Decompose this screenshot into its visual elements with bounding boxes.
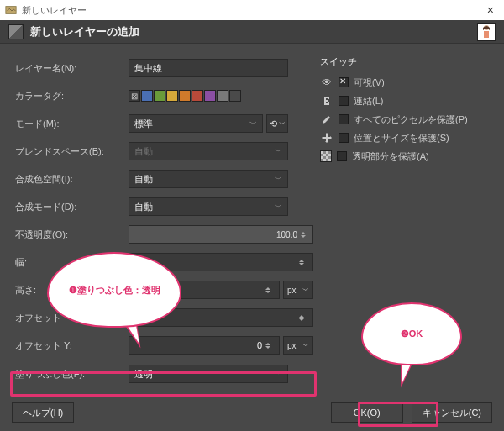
app-icon	[5, 4, 17, 16]
svg-rect-2	[484, 31, 489, 38]
row-composite-mode: 合成モード(D): 自動﹀	[15, 194, 313, 219]
undo-icon: ⟲	[270, 118, 277, 129]
height-spinner[interactable]	[265, 287, 274, 293]
switch-lock-position: 位置とサイズを保護(S)	[320, 129, 494, 147]
color-tag-swatch[interactable]	[141, 90, 153, 102]
lock-pixels-checkbox[interactable]	[339, 114, 349, 124]
dialog-title: 新しいレイヤーの追加	[30, 24, 477, 39]
chevron-down-icon: ﹀	[302, 286, 309, 295]
chevron-down-icon: ﹀	[275, 174, 282, 185]
linked-checkbox[interactable]	[339, 96, 349, 106]
unit-label: px	[287, 286, 297, 295]
label-composite-mode: 合成モード(D):	[15, 201, 129, 213]
label-opacity: 不透明度(O):	[15, 229, 129, 241]
move-icon	[320, 132, 333, 144]
layer-name-input[interactable]	[129, 59, 288, 77]
color-tag-none[interactable]: ⊠	[129, 90, 140, 102]
switch-lock-pixels: すべてのピクセルを保護(P)	[320, 110, 494, 129]
row-composite-space: 合成色空間(I): 自動﹀	[15, 166, 313, 192]
row-opacity: 不透明度(O): 100.0	[15, 222, 313, 247]
switch-label: 可視(V)	[354, 76, 385, 89]
close-icon[interactable]: ×	[482, 3, 499, 17]
switch-linked: 連結(L)	[320, 92, 494, 110]
chevron-down-icon: ﹀	[279, 119, 286, 129]
annotation-highlight-ok	[358, 402, 438, 427]
alpha-icon	[320, 150, 332, 162]
annotation-highlight-fill	[10, 371, 317, 397]
titlebar: 新しいレイヤー ×	[0, 0, 504, 20]
blend-space-value: 自動	[134, 145, 153, 158]
color-tag-swatch[interactable]	[154, 90, 165, 102]
row-mode: モード(M): 標準﹀ ⟲﹀	[15, 111, 313, 136]
color-tag-swatches: ⊠	[129, 90, 241, 102]
left-column: レイヤー名(N): カラータグ: ⊠	[15, 55, 313, 389]
eye-icon: 👁	[320, 76, 333, 88]
label-mode: モード(M):	[15, 118, 129, 130]
row-layer-name: レイヤー名(N):	[15, 55, 313, 81]
help-button[interactable]: ヘルプ(H)	[12, 402, 74, 423]
switches-title: スイッチ	[320, 55, 494, 68]
row-blend-space: ブレンドスペース(B): 自動﹀	[15, 139, 313, 164]
label-layer-name: レイヤー名(N):	[15, 62, 129, 75]
composite-space-select[interactable]: 自動﹀	[129, 170, 288, 188]
switch-label: すべてのピクセルを保護(P)	[354, 113, 468, 126]
switch-label: 連結(L)	[354, 95, 383, 108]
chevron-down-icon: ﹀	[302, 341, 309, 350]
row-color-tag: カラータグ: ⊠	[15, 83, 313, 108]
switch-label: 透明部分を保護(A)	[352, 150, 429, 163]
mode-select[interactable]: 標準﹀	[129, 114, 263, 133]
dialog-header: 新しいレイヤーの追加	[0, 20, 504, 44]
width-spinner[interactable]	[299, 260, 307, 265]
chevron-down-icon: ﹀	[249, 118, 257, 129]
chevron-down-icon: ﹀	[275, 146, 282, 157]
new-layer-icon	[8, 24, 24, 39]
opacity-spinner[interactable]	[301, 232, 309, 238]
color-tag-swatch[interactable]	[179, 90, 191, 102]
composite-space-value: 自動	[134, 173, 153, 186]
label-blend-space: ブレンドスペース(B):	[15, 145, 129, 158]
opacity-value: 100.0	[276, 230, 297, 239]
color-tag-swatch[interactable]	[204, 90, 216, 102]
window-title: 新しいレイヤー	[22, 4, 87, 17]
lock-alpha-checkbox[interactable]	[337, 151, 347, 161]
mode-history-button[interactable]: ⟲﹀	[266, 114, 288, 133]
label-offset-y: オフセット Y:	[15, 339, 129, 352]
avatar	[477, 23, 496, 41]
lock-position-checkbox[interactable]	[339, 133, 349, 143]
switch-visible: 👁 可視(V)	[320, 73, 494, 92]
switch-lock-alpha: 透明部分を保護(A)	[320, 147, 494, 166]
annotation-callout-fill: ❶塗りつぶし色：透明	[47, 252, 181, 328]
color-tag-swatch[interactable]	[229, 90, 241, 102]
offset-y-value: 0	[257, 340, 262, 350]
label-color-tag: カラータグ:	[15, 90, 129, 102]
chevron-down-icon: ﹀	[275, 202, 282, 213]
color-tag-swatch[interactable]	[192, 90, 203, 102]
annotation-text: ❷OK	[401, 329, 423, 339]
link-icon	[320, 95, 333, 107]
color-tag-swatch[interactable]	[166, 90, 178, 102]
mode-value: 標準	[134, 118, 153, 130]
switch-label: 位置とサイズを保護(S)	[354, 132, 449, 145]
offset-unit-select[interactable]: px﹀	[283, 336, 313, 355]
annotation-text: ❶塗りつぶし色：透明	[69, 284, 160, 297]
blend-space-select: 自動﹀	[129, 142, 288, 160]
offset-y-input[interactable]: 0	[129, 336, 280, 355]
row-offset-y: オフセット Y: 0px﹀	[15, 333, 313, 358]
composite-mode-select[interactable]: 自動﹀	[129, 197, 288, 216]
brush-icon	[320, 113, 333, 125]
label-composite-space: 合成色空間(I):	[15, 173, 129, 186]
height-unit-select[interactable]: px﹀	[283, 281, 313, 299]
composite-mode-value: 自動	[134, 201, 153, 213]
annotation-callout-ok: ❷OK	[361, 302, 462, 365]
dialog-window: 新しいレイヤー × 新しいレイヤーの追加 レイヤー名(N): カラータグ: ⊠	[0, 0, 504, 431]
unit-label: px	[287, 341, 297, 350]
visible-checkbox[interactable]	[339, 77, 349, 87]
color-tag-swatch[interactable]	[217, 90, 228, 102]
opacity-slider[interactable]: 100.0	[129, 225, 313, 244]
